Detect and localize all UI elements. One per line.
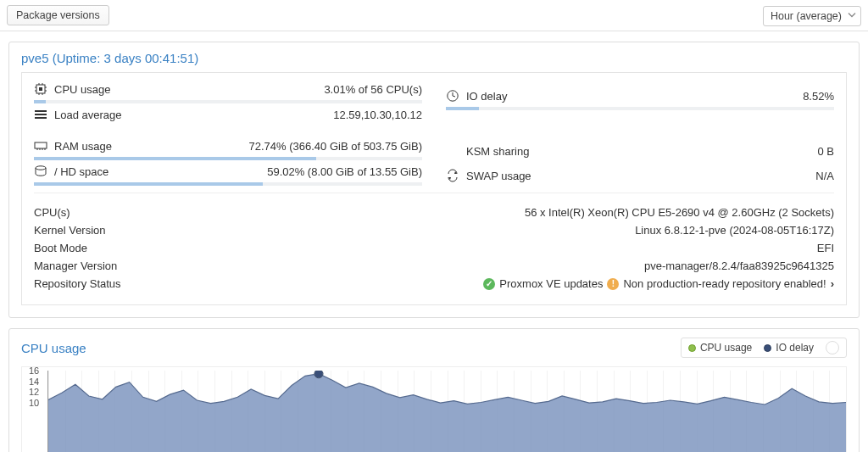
system-info-list: CPU(s) 56 x Intel(R) Xeon(R) CPU E5-2690… (22, 200, 846, 293)
chevron-right-icon: › (831, 277, 834, 290)
info-repo-status[interactable]: Repository Status ✓ Proxmox VE updates !… (34, 275, 834, 293)
node-summary-panel: pve5 (Uptime: 3 days 00:41:51) CPU usage… (8, 42, 860, 318)
ram-usage-bar (34, 157, 422, 160)
cpu-usage-bar (34, 100, 422, 103)
swap-label: SWAP usage (466, 170, 531, 182)
svg-point-18 (36, 166, 46, 170)
y-tick: 16 (29, 366, 39, 376)
swap-value: N/A (815, 170, 834, 182)
io-delay-bar (446, 107, 834, 110)
hd-space-row: / HD space 59.02% (8.00 GiB of 13.55 GiB… (34, 160, 422, 180)
memory-icon (34, 139, 47, 153)
package-versions-button[interactable]: Package versions (7, 5, 109, 25)
disk-icon (34, 165, 47, 178)
svg-rect-11 (35, 114, 47, 115)
info-cpus: CPU(s) 56 x Intel(R) Xeon(R) CPU E5-2690… (34, 204, 834, 221)
load-average-label: Load average (54, 109, 122, 121)
ksm-value: 0 B (817, 145, 834, 158)
legend-dot-icon (688, 344, 696, 352)
svg-line-21 (453, 96, 455, 97)
legend-io-delay[interactable]: IO delay (764, 342, 814, 354)
toolbar: Package versions Hour (average) (0, 0, 868, 31)
info-boot: Boot Mode EFI (34, 239, 834, 257)
stats-box: CPU usage 3.01% of 56 CPU(s) Load averag… (21, 72, 847, 305)
clock-icon (446, 89, 459, 103)
y-tick: 10 (29, 398, 39, 408)
time-range-select[interactable]: Hour (average) (763, 9, 861, 22)
legend-dot-icon (764, 344, 771, 352)
check-icon: ✓ (483, 278, 495, 290)
svg-rect-10 (35, 110, 47, 112)
warning-icon: ! (607, 278, 619, 290)
svg-rect-13 (35, 142, 47, 148)
svg-rect-1 (39, 87, 42, 91)
chart-body[interactable]: 10121416 (21, 366, 847, 452)
info-kernel: Kernel Version Linux 6.8.12-1-pve (2024-… (34, 221, 834, 239)
ram-usage-value: 72.74% (366.40 GiB of 503.75 GiB) (248, 140, 422, 153)
svg-rect-12 (35, 117, 47, 119)
info-manager: Manager Version pve-manager/8.2.4/faa839… (34, 257, 834, 275)
y-tick: 12 (29, 387, 39, 397)
ram-usage-row: RAM usage 72.74% (366.40 GiB of 503.75 G… (34, 135, 422, 154)
ksm-label: KSM sharing (466, 145, 529, 158)
hd-space-value: 59.02% (8.00 GiB of 13.55 GiB) (267, 165, 422, 178)
chart-point-marker (314, 371, 323, 378)
repo-warn-text: Non production-ready repository enabled! (623, 277, 826, 290)
stats-left-column: CPU usage 3.01% of 56 CPU(s) Load averag… (22, 78, 434, 186)
y-tick: 14 (29, 377, 39, 387)
cpu-chart-panel: CPU usage CPU usage IO delay 10121416 (8, 328, 860, 452)
cpu-icon (34, 82, 47, 96)
io-delay-value: 8.52% (803, 90, 834, 103)
chart-legend: CPU usage IO delay (681, 338, 847, 358)
io-delay-label: IO delay (466, 90, 507, 103)
stats-right-column: IO delay 8.52% KSM sharing 0 B (434, 78, 846, 186)
swap-row: SWAP usage N/A (446, 165, 834, 184)
load-average-row: Load average 12.59,10.30,10.12 (34, 103, 422, 123)
repo-ok-text: Proxmox VE updates (499, 277, 603, 290)
legend-toggle-icon[interactable] (826, 341, 839, 354)
ram-usage-label: RAM usage (54, 140, 112, 153)
load-average-value: 12.59,10.30,10.12 (333, 109, 422, 121)
hd-space-bar (34, 182, 422, 186)
swap-icon (446, 169, 459, 182)
time-range-value: Hour (average) (763, 6, 861, 26)
list-icon (34, 108, 47, 121)
cpu-usage-row: CPU usage 3.01% of 56 CPU(s) (34, 78, 422, 98)
chart-title: CPU usage (21, 341, 86, 355)
cpu-usage-label: CPU usage (54, 83, 110, 96)
node-title: pve5 (Uptime: 3 days 00:41:51) (9, 42, 859, 72)
legend-cpu-usage[interactable]: CPU usage (688, 342, 752, 354)
hd-space-label: / HD space (54, 165, 108, 178)
io-delay-row: IO delay 8.52% (446, 85, 834, 104)
cpu-usage-value: 3.01% of 56 CPU(s) (324, 83, 422, 96)
ksm-row: KSM sharing 0 B (446, 141, 834, 159)
